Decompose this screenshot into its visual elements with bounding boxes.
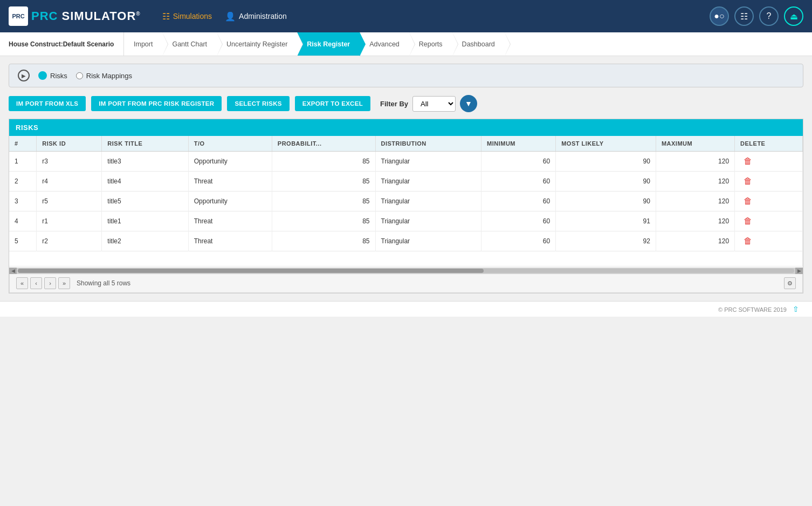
cell-delete: 🗑: [735, 231, 803, 251]
cell-distribution: Triangular: [375, 211, 481, 231]
cell-risk-id: r4: [37, 172, 102, 192]
scroll-track[interactable]: [18, 269, 794, 273]
horizontal-scrollbar[interactable]: ◀ ▶: [9, 268, 803, 274]
cell-maximum: 120: [656, 172, 734, 192]
toggle-button[interactable]: ●○: [710, 6, 729, 26]
table-footer: « ‹ › » Showing all 5 rows ⚙: [9, 274, 803, 293]
cell-most-likely: 90: [556, 172, 656, 192]
radio-risks-indicator: [38, 71, 47, 80]
scroll-top-btn[interactable]: ⇧: [793, 305, 799, 313]
tab-import[interactable]: Import: [124, 32, 162, 56]
cell-maximum: 120: [656, 192, 734, 211]
cell-risk-id: r2: [37, 231, 102, 251]
first-page-btn[interactable]: «: [16, 277, 28, 289]
cell-probability: 85: [272, 211, 375, 231]
cell-num: 4: [9, 211, 37, 231]
col-distribution: DISTRIBUTION: [375, 136, 481, 152]
risks-table-body: 1 r3 title3 Opportunity 85 Triangular 60…: [9, 152, 803, 266]
cell-probability: 85: [272, 152, 375, 172]
grid-button[interactable]: ☷: [734, 6, 754, 26]
export-excel-button[interactable]: EXPORT TO EXCEL: [295, 96, 370, 111]
delete-row-button[interactable]: 🗑: [740, 235, 755, 247]
cell-delete: 🗑: [735, 152, 803, 172]
col-minimum: MINIMUM: [481, 136, 556, 152]
col-to: T/O: [188, 136, 272, 152]
col-maximum: MAXIMUM: [656, 136, 734, 152]
import-xls-button[interactable]: IM PORT FROM XLS: [9, 96, 86, 111]
cell-delete: 🗑: [735, 172, 803, 192]
scroll-left-btn[interactable]: ◀: [9, 268, 17, 274]
tab-dashboard[interactable]: Dashboard: [452, 32, 505, 56]
play-icon: ▶: [18, 70, 30, 81]
cell-risk-id: r5: [37, 192, 102, 211]
cell-probability: 85: [272, 192, 375, 211]
nav-simulations[interactable]: ☷ Simulations: [162, 11, 212, 22]
cell-to: Threat: [188, 231, 272, 251]
scroll-thumb[interactable]: [18, 269, 484, 273]
app-header: PRC PRC SIMULATOR® ☷ Simulations 👤 Admin…: [0, 0, 812, 32]
col-num: #: [9, 136, 37, 152]
cell-distribution: Triangular: [375, 152, 481, 172]
delete-row-button[interactable]: 🗑: [740, 215, 755, 227]
nav-tabs-bar: House Construct : Default Scenario Impor…: [0, 32, 812, 56]
prev-page-btn[interactable]: ‹: [30, 277, 42, 289]
radio-risks[interactable]: Risks: [38, 71, 67, 80]
table-row: 4 r1 title1 Threat 85 Triangular 60 91 1…: [9, 211, 803, 231]
risks-table: # RISK ID RISK TITLE T/O PROBABILIT... D…: [9, 136, 803, 266]
cell-most-likely: 91: [556, 211, 656, 231]
pagination-buttons: « ‹ › » Showing all 5 rows: [16, 277, 130, 289]
cell-risk-title: title3: [102, 152, 188, 172]
power-button[interactable]: ⏏: [784, 6, 803, 26]
tab-advanced[interactable]: Advanced: [360, 32, 409, 56]
cell-distribution: Triangular: [375, 172, 481, 192]
tab-uncertainty[interactable]: Uncertainty Register: [217, 32, 297, 56]
next-page-btn[interactable]: ›: [44, 277, 56, 289]
cell-to: Threat: [188, 211, 272, 231]
scroll-right-btn[interactable]: ▶: [795, 268, 803, 274]
filter-select[interactable]: All: [412, 96, 456, 112]
last-page-btn[interactable]: »: [58, 277, 70, 289]
cell-to: Opportunity: [188, 152, 272, 172]
table-header: # RISK ID RISK TITLE T/O PROBABILIT... D…: [9, 136, 803, 152]
cell-maximum: 120: [656, 231, 734, 251]
cell-num: 3: [9, 192, 37, 211]
table-row: 5 r2 title2 Threat 85 Triangular 60 92 1…: [9, 231, 803, 251]
import-prc-button[interactable]: IM PORT FROM PRC RISK REGISTER: [91, 96, 222, 111]
filter-icon: ▼: [465, 99, 472, 108]
cell-minimum: 60: [481, 211, 556, 231]
delete-row-button[interactable]: 🗑: [740, 175, 755, 187]
cell-maximum: 120: [656, 152, 734, 172]
cell-to: Threat: [188, 172, 272, 192]
tabs-container: Import Gantt Chart Uncertainty Register …: [124, 32, 812, 56]
cell-minimum: 60: [481, 231, 556, 251]
cell-most-likely: 90: [556, 152, 656, 172]
filter-button[interactable]: ▼: [460, 95, 477, 112]
cell-maximum: 120: [656, 211, 734, 231]
radio-risk-mappings-input[interactable]: [76, 72, 83, 79]
tab-reports[interactable]: Reports: [409, 32, 452, 56]
select-risks-button[interactable]: SELECT RISKS: [227, 96, 289, 111]
tab-gantt[interactable]: Gantt Chart: [162, 32, 217, 56]
cell-risk-title: title1: [102, 211, 188, 231]
cell-distribution: Triangular: [375, 192, 481, 211]
settings-btn[interactable]: ⚙: [784, 277, 796, 289]
radio-risk-mappings[interactable]: Risk Mappings: [76, 72, 132, 80]
cell-risk-title: title5: [102, 192, 188, 211]
cell-num: 1: [9, 152, 37, 172]
delete-row-button[interactable]: 🗑: [740, 155, 755, 167]
nav-administration[interactable]: 👤 Administration: [225, 11, 287, 22]
delete-row-button[interactable]: 🗑: [740, 195, 755, 207]
cell-to: Opportunity: [188, 192, 272, 211]
risks-section-title: RISKS: [9, 119, 803, 136]
admin-icon: 👤: [225, 11, 236, 22]
tab-risk-register[interactable]: Risk Register: [297, 32, 360, 56]
col-delete: DELETE: [735, 136, 803, 152]
table-row: 3 r5 title5 Opportunity 85 Triangular 60…: [9, 192, 803, 211]
cell-distribution: Triangular: [375, 231, 481, 251]
copyright-text: © PRC SOFTWARE 2019: [718, 306, 787, 313]
header-nav: ☷ Simulations 👤 Administration: [141, 11, 710, 22]
simulations-icon: ☷: [162, 11, 170, 22]
cell-delete: 🗑: [735, 211, 803, 231]
help-button[interactable]: ?: [759, 6, 779, 26]
cell-risk-title: title4: [102, 172, 188, 192]
